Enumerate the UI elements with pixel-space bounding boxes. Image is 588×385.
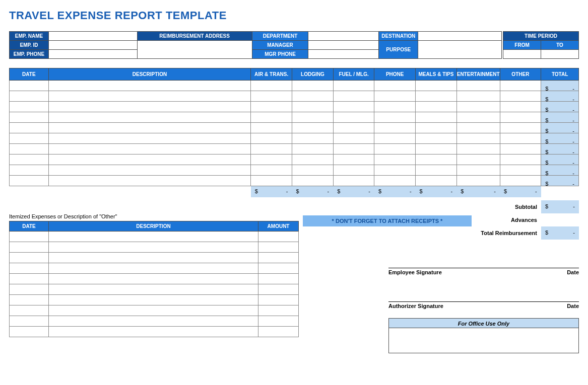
table-row[interactable] (10, 294, 299, 305)
page-title: TRAVEL EXPENSE REPORT TEMPLATE (9, 9, 579, 22)
input-mgr-phone[interactable] (308, 50, 379, 59)
input-purpose[interactable] (418, 41, 502, 59)
table-row[interactable] (10, 316, 299, 326)
table-row[interactable]: $- (10, 176, 579, 186)
col-itemized-amount: AMOUNT (258, 221, 299, 231)
label-mgr-phone: MGR PHONE (252, 50, 308, 59)
label-employee-signature: Employee Signature (388, 269, 442, 275)
input-emp-phone[interactable] (48, 50, 137, 59)
label-emp-id: EMP. ID (10, 41, 49, 50)
table-row[interactable] (10, 305, 299, 316)
table-row[interactable]: $- (10, 112, 579, 123)
table-row[interactable]: $- (10, 123, 579, 133)
table-row[interactable] (10, 231, 299, 242)
label-total-reimb: Total Reimbursement (472, 226, 541, 240)
label-department: DEPARTMENT (252, 32, 308, 41)
label-from: FROM (503, 41, 541, 50)
col-description: DESCRIPTION (48, 68, 251, 81)
label-date: Date (567, 303, 579, 309)
col-phone: PHONE (374, 68, 416, 81)
input-department[interactable] (308, 32, 379, 41)
col-ent: ENTERTAINMENT (456, 68, 500, 81)
table-row[interactable]: $- (10, 81, 579, 91)
table-row[interactable] (10, 242, 299, 252)
value-subtotal: $- (541, 200, 579, 213)
itemized-table: DATE DESCRIPTION AMOUNT (9, 221, 299, 337)
input-reimb-addr[interactable] (137, 41, 252, 59)
table-row[interactable]: $- (10, 165, 579, 176)
employee-signature-row: Employee Signature Date (388, 268, 579, 275)
info-table: EMP. NAME REIMBURSEMENT ADDRESS DEPARTME… (9, 31, 579, 59)
col-other: OTHER (500, 68, 541, 81)
value-total-reimb: $- (541, 226, 579, 240)
label-authorizer-signature: Authorizer Signature (388, 303, 443, 309)
value-advances[interactable] (541, 213, 579, 226)
col-air: AIR & TRANS. (251, 68, 292, 81)
input-from[interactable] (503, 50, 541, 59)
col-itemized-date: DATE (10, 221, 49, 231)
column-sums-row: $- $- $- $- $- $- $- (10, 186, 579, 197)
table-row[interactable] (10, 273, 299, 284)
input-to[interactable] (541, 50, 579, 59)
col-meals: MEALS & TIPS (416, 68, 457, 81)
table-row[interactable]: $- (10, 133, 579, 144)
table-row[interactable] (10, 284, 299, 294)
label-emp-name: EMP. NAME (10, 32, 49, 41)
table-row[interactable]: $- (10, 102, 579, 112)
table-row[interactable]: $- (10, 155, 579, 165)
input-manager[interactable] (308, 41, 379, 50)
label-office-use: For Office Use Only (388, 318, 579, 328)
input-destination[interactable] (418, 32, 502, 41)
office-use-area[interactable] (388, 328, 579, 353)
receipts-reminder: * DON'T FORGET TO ATTACH RECEIPTS * (303, 215, 472, 226)
itemized-title: Itemized Expenses or Description of "Oth… (9, 213, 299, 219)
table-row[interactable]: $- (10, 144, 579, 155)
input-emp-name[interactable] (48, 32, 137, 41)
table-row[interactable]: $- (10, 91, 579, 102)
label-advances: Advances (472, 213, 541, 226)
table-row[interactable] (10, 326, 299, 337)
label-subtotal: Subtotal (472, 200, 541, 213)
col-total: TOTAL (541, 68, 579, 81)
label-to: TO (541, 41, 579, 50)
label-date: Date (567, 269, 579, 275)
col-date: DATE (10, 68, 49, 81)
label-emp-phone: EMP. PHONE (10, 50, 49, 59)
table-row[interactable] (10, 252, 299, 263)
label-reimb-addr: REIMBURSEMENT ADDRESS (137, 32, 252, 41)
label-manager: MANAGER (252, 41, 308, 50)
expense-table: DATE DESCRIPTION AIR & TRANS. LODGING FU… (9, 68, 579, 197)
label-destination: DESTINATION (379, 32, 418, 41)
input-emp-id[interactable] (48, 41, 137, 50)
authorizer-signature-row: Authorizer Signature Date (388, 301, 579, 309)
col-fuel: FUEL / MLG. (333, 68, 374, 81)
col-itemized-desc: DESCRIPTION (48, 221, 258, 231)
label-purpose: PURPOSE (379, 41, 418, 59)
col-lodging: LODGING (292, 68, 334, 81)
table-row[interactable] (10, 263, 299, 273)
summary-table: Subtotal $- * DON'T FORGET TO ATTACH REC… (303, 200, 579, 240)
office-use-box: For Office Use Only (388, 318, 579, 353)
label-time-period: TIME PERIOD (503, 32, 579, 41)
